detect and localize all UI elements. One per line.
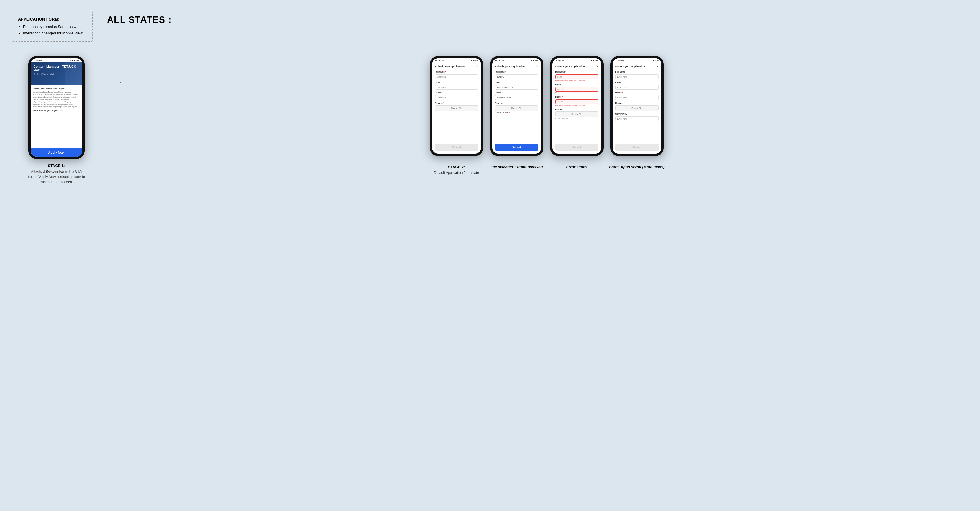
job-meta: Content | Navi Mumbai <box>33 73 80 75</box>
stage2-email-field: Email * <box>435 81 478 90</box>
stage2-heading: STAGE 2: <box>428 164 485 169</box>
stage2-phone: 12:34 PM ▲▲ 80% Submit your application … <box>430 56 484 156</box>
stage1-heading: STAGE 1: <box>27 163 85 168</box>
stage3-heading: File selected + Input received <box>488 164 546 169</box>
stage2-col: 12:34 PM ▲▲ 80% Submit your application … <box>428 56 485 162</box>
stage4-form-scroll: Full Name * Please fill in your name bef… <box>555 71 598 144</box>
arrow-icon: → <box>115 78 123 86</box>
stage4-screen: 12:34 PM ▲▲ 80% Submit your application … <box>552 59 601 154</box>
stage3-fullname-input[interactable] <box>495 74 538 79</box>
apply-btn-label: Apply Now <box>48 151 65 154</box>
stage4-phone-input[interactable] <box>555 99 598 104</box>
stage3-file-selected: Document.pdf ✕ <box>495 112 538 114</box>
stage2-close-btn[interactable]: ✕ <box>476 65 478 68</box>
stage4-email-error: Please enter a valid email address. <box>555 92 598 94</box>
left-panel: APPLICATION FORM: Funtionality remains S… <box>11 11 107 48</box>
stage3-choose-file-btn[interactable]: Choose File <box>495 105 538 111</box>
annotation-list: Funtionality remains Same as web. Intera… <box>18 24 86 37</box>
divider-1 <box>110 56 110 185</box>
stage4-email-field: Email * Please enter a valid email addre… <box>555 83 598 94</box>
stage3-phone-input[interactable] <box>495 95 538 100</box>
stage4-no-file: no file selected <box>555 118 598 120</box>
stage5-fullname-field: Full Name * <box>616 71 659 79</box>
stage3-file-name: Document.pdf <box>495 112 508 114</box>
stage5-col: 12:34 PM ▲▲ 80% Submit your application … <box>608 56 666 162</box>
stage2-form: Submit your application ✕ Full Name * <box>432 62 481 154</box>
stage5-email-label: Email * <box>616 81 659 83</box>
stage4-form: Submit your application ✕ Full Name * Pl… <box>552 62 601 154</box>
stage4-choose-file-btn[interactable]: Choose File <box>555 112 598 117</box>
page-wrapper: APPLICATION FORM: Funtionality remains S… <box>11 11 969 185</box>
stage2-submit-btn[interactable]: Submit <box>435 144 478 151</box>
stage3-fullname-field: Full Name * <box>495 71 538 79</box>
apply-bar[interactable]: Apply Now <box>31 149 83 156</box>
stage5-label-area: Form- upon scroll (More fields) <box>608 164 666 170</box>
stage5-heading: Form- upon scroll (More fields) <box>608 164 666 169</box>
stage3-form-header: Submit your application ✕ <box>495 65 538 68</box>
stage4-col: 12:34 PM ▲▲ 80% Submit your application … <box>548 56 606 162</box>
stage4-fullname-label: Full Name * <box>555 71 598 73</box>
s4-time: 12:34 PM <box>555 59 564 61</box>
stage2-resume-field: Resume * Choose File <box>435 102 478 111</box>
job-body-text: Lorem ipsum lorem Neque porro Content Ma… <box>33 91 80 108</box>
stage3-submit-btn[interactable]: Submit <box>495 144 538 151</box>
stage2-phone-input[interactable] <box>435 95 478 100</box>
stage1-label: STAGE 1: Attached Bottom bar with a CTA … <box>27 163 85 185</box>
stage5-submit-btn[interactable]: Submit <box>616 144 659 151</box>
phones-row: 12:34 PM ▲▲ 80% Submit your application … <box>125 56 969 162</box>
stage5-fullname-input[interactable] <box>616 74 659 79</box>
stage5-phone-input[interactable] <box>616 95 659 100</box>
stage2-screen: 12:34 PM ▲▲ 80% Submit your application … <box>432 59 481 154</box>
section1-title: Why are we interested in you? <box>33 87 80 90</box>
stage2-desc: Default Application form state <box>428 170 485 176</box>
stage5-email-input[interactable] <box>616 85 659 90</box>
job-body: Why are we interested in you? Lorem ipsu… <box>31 85 83 149</box>
stage2-fullname-field: Full Name * <box>435 71 478 79</box>
stage2-form-title: Submit your application <box>435 65 465 68</box>
s4-icons: ▲▲ 80% <box>591 60 598 61</box>
annotation-item-1: Funtionality remains Same as web. <box>23 24 86 30</box>
stage2-phone-label: Phone * <box>435 92 478 94</box>
stage3-resume-label: Resume * <box>495 102 538 104</box>
stage3-screen: 12:34 PM ▲▲ 80% Submit your application … <box>492 59 541 154</box>
annotation-title: APPLICATION FORM: <box>18 17 86 21</box>
s3-time: 12:34 PM <box>495 59 504 61</box>
arrow-col: → <box>113 56 125 97</box>
stage4-submit-btn[interactable]: Submit <box>555 144 598 151</box>
stage5-ctc-input[interactable] <box>616 116 659 121</box>
stage2-email-input[interactable] <box>435 85 478 90</box>
stage5-phone-label: Phone * <box>616 92 659 94</box>
stage5-resume-field: Resume * Choose File <box>616 102 659 111</box>
stage2-fullname-input[interactable] <box>435 74 478 79</box>
stage3-email-input[interactable] <box>495 85 538 90</box>
stage2-phone-field: Phone * <box>435 92 478 100</box>
s5-time: 12:34 PM <box>616 59 624 61</box>
stage5-fullname-label: Full Name * <box>616 71 659 73</box>
stage4-fullname-input[interactable] <box>555 74 598 79</box>
s2-time: 12:34 PM <box>435 59 444 61</box>
stage5-form-header: Submit your application ✕ <box>616 65 659 68</box>
stage4-label-area: Error states <box>548 164 606 170</box>
stage4-email-input[interactable] <box>555 87 598 92</box>
stage5-form-title: Submit your application <box>616 65 645 68</box>
stage4-close-btn[interactable]: ✕ <box>596 65 598 68</box>
status-icons: ▲▲ ◈ 80% <box>70 59 80 61</box>
stage2-choose-file-btn[interactable]: Choose File <box>435 105 478 111</box>
stage4-form-title: Submit your application <box>555 65 585 68</box>
stage1-screen: 12:34 PM ▲▲ ◈ 80% Content Manager - TET/… <box>31 59 83 156</box>
stage5-form-scroll: Full Name * Email * Phone * <box>616 71 659 144</box>
stage3-col: 12:34 PM ▲▲ 80% Submit your application … <box>488 56 546 162</box>
job-header: Content Manager - TET/UGC NET Content | … <box>31 62 83 85</box>
stage3-email-field: Email * <box>495 81 538 90</box>
stage5-email-field: Email * <box>616 81 659 90</box>
stage5-choose-file-btn[interactable]: Choose File <box>616 105 659 111</box>
annotation-item-2: Interaction changes for Mobile View <box>23 30 86 37</box>
stage2-label-area: STAGE 2: Default Application form state <box>428 164 485 176</box>
stage4-resume-field: Resume * Choose File no file selected <box>555 108 598 120</box>
stage1-status-bar: 12:34 PM ▲▲ ◈ 80% <box>31 59 83 62</box>
stage2-fullname-label: Full Name * <box>435 71 478 73</box>
stage3-remove-file-btn[interactable]: ✕ <box>509 112 511 114</box>
stage3-close-btn[interactable]: ✕ <box>536 65 538 68</box>
stage1-desc: Attached Bottom bar with a CTA button 'A… <box>27 169 85 185</box>
stage5-close-btn[interactable]: ✕ <box>656 65 659 68</box>
